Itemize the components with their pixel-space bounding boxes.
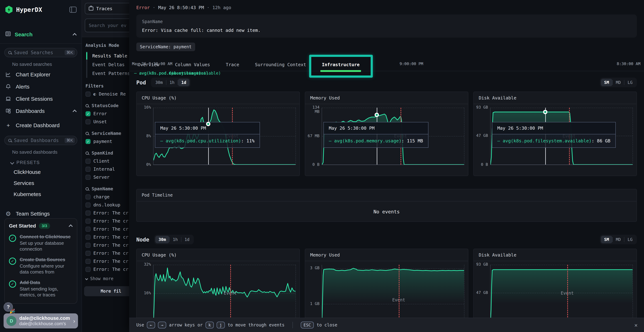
- checkbox-icon[interactable]: [86, 227, 90, 232]
- pod-charts-row: CPU Usage (%)16%8%0%EventMay 26 5:30:00 …: [136, 92, 637, 176]
- pod-size-sm[interactable]: SM: [601, 79, 612, 86]
- event-search-input[interactable]: Search your ev: [85, 18, 129, 32]
- more-filters-button[interactable]: More fil: [84, 286, 129, 296]
- service-name-chip[interactable]: ServiceName: payment: [136, 42, 195, 51]
- get-started-item-desc: Start sending logs, metrics, or traces: [20, 286, 73, 298]
- filter-option[interactable]: charge: [82, 193, 129, 201]
- filter-option[interactable]: Server: [82, 173, 129, 181]
- preset-item-services[interactable]: Services: [0, 178, 82, 189]
- search-icon[interactable]: [86, 187, 89, 190]
- analysis-mode-event-patterns[interactable]: Event Patterns: [87, 69, 129, 78]
- pod-range-1h[interactable]: 1h: [166, 79, 178, 86]
- user-menu[interactable]: D dale@clickhouse.com dale@clickhouse.co…: [4, 314, 78, 328]
- sidebar-collapse-icon[interactable]: [70, 6, 76, 13]
- chart-plot-node-memory[interactable]: Event: [322, 265, 464, 322]
- tooltip-value: — avg(k8s.pod.filesystem.available): 86 …: [492, 134, 616, 148]
- filter-option[interactable]: Error: The cr: [82, 225, 129, 233]
- footer-text: arrow keys or: [169, 322, 203, 328]
- help-button[interactable]: ?: [4, 302, 13, 312]
- y-axis-labels: 93 GB47 GB: [474, 265, 490, 322]
- sidebar-item-chart-explorer[interactable]: Chart Explorer: [0, 68, 82, 81]
- chart-plot-pod-disk[interactable]: EventMay 26 5:30:00 PM— avg(k8s.pod.file…: [490, 108, 633, 165]
- get-started-card: Get Started 3/3 ✓Connect to ClickHouseSe…: [4, 218, 77, 304]
- get-started-header[interactable]: Get Started 3/3: [9, 223, 73, 229]
- analysis-mode-event-deltas[interactable]: Event Deltas: [87, 60, 129, 69]
- filter-option[interactable]: Error: The cr: [82, 265, 129, 273]
- sidebar-item-client-sessions[interactable]: Client Sessions: [0, 93, 82, 105]
- pod-range-30m[interactable]: 30m: [152, 79, 166, 86]
- y-tick-label: 47 GB: [473, 290, 488, 295]
- checkbox-icon[interactable]: [86, 259, 90, 264]
- pod-size-md[interactable]: MD: [613, 79, 624, 86]
- create-dashboard-button[interactable]: + Create Dashboard: [0, 119, 82, 132]
- node-range-1d[interactable]: 1d: [182, 236, 193, 243]
- filter-option[interactable]: Error: The cr: [82, 217, 129, 225]
- checkbox-icon[interactable]: [86, 194, 90, 200]
- chart-plot-node-disk[interactable]: Event: [490, 265, 633, 322]
- show-more-button[interactable]: Show more: [82, 273, 129, 281]
- checkbox-icon[interactable]: [86, 251, 90, 256]
- preset-item-clickhouse[interactable]: ClickHouse: [0, 166, 82, 178]
- filter-option[interactable]: Client: [82, 157, 129, 165]
- chevron-up-icon[interactable]: [73, 33, 77, 37]
- node-range-1h[interactable]: 1h: [170, 236, 181, 243]
- filter-option[interactable]: Internal: [82, 165, 129, 173]
- footer-text: Use: [136, 322, 144, 328]
- sidebar-item-dashboards[interactable]: Dashboards: [0, 105, 82, 117]
- close-icon[interactable]: ✕: [634, 322, 638, 328]
- node-section-header: Node 30m1h1d SMMDLG: [136, 235, 637, 244]
- pod-size-lg[interactable]: LG: [624, 79, 636, 86]
- node-size-lg[interactable]: LG: [624, 236, 636, 243]
- filter-option[interactable]: Error: The cr: [82, 241, 129, 249]
- get-started-item[interactable]: ✓Add DataStart sending logs, metrics, or…: [9, 280, 73, 298]
- filter-option[interactable]: Error: The cr: [82, 233, 129, 241]
- filter-option[interactable]: Unset: [82, 118, 129, 126]
- search-icon[interactable]: [86, 104, 89, 107]
- chart-plot-pod-memory[interactable]: EventMay 26 5:30:00 PM— avg(k8s.pod.memo…: [322, 108, 464, 165]
- chart-plot-pod-cpu[interactable]: EventMay 26 5:30:00 PM— avg(k8s.pod.cpu.…: [153, 108, 296, 165]
- presets-toggle[interactable]: PRESETS: [0, 156, 82, 166]
- preset-item-kubernetes[interactable]: Kubernetes: [0, 189, 82, 200]
- node-section-title: Node: [136, 236, 149, 243]
- node-size-md[interactable]: MD: [613, 236, 624, 243]
- checkbox-icon[interactable]: [86, 243, 90, 248]
- filter-option[interactable]: ✓Error: [82, 110, 129, 118]
- get-started-item[interactable]: ✓Connect to ClickHouseSet up your databa…: [9, 234, 73, 252]
- checkbox-icon[interactable]: [86, 175, 90, 180]
- chart-plot-node-cpu[interactable]: Event: [153, 265, 296, 322]
- checkbox-icon[interactable]: [86, 267, 90, 272]
- checkbox-icon[interactable]: [86, 235, 90, 240]
- filter-option[interactable]: Error: The cr: [82, 209, 129, 217]
- checkbox-icon[interactable]: ✓: [86, 139, 90, 144]
- checkbox-icon[interactable]: [86, 159, 90, 164]
- source-select[interactable]: Traces: [85, 3, 129, 14]
- get-started-item[interactable]: ✓Create Data SourcesConfigure where your…: [9, 257, 73, 275]
- checkbox-icon[interactable]: [86, 202, 90, 208]
- user-email: dale@clickhouse.com: [19, 316, 70, 321]
- sidebar-section-search[interactable]: Search: [0, 26, 82, 44]
- filter-option[interactable]: Error: The cr: [82, 249, 129, 257]
- saved-searches-input[interactable]: Saved Searches ⌘K: [4, 48, 77, 57]
- search-icon[interactable]: [86, 132, 89, 135]
- chart-cursor-dot: [374, 113, 379, 117]
- filter-option[interactable]: dns.lookup: [82, 201, 129, 209]
- chart-title-pod-cpu: CPU Usage (%): [137, 92, 300, 104]
- checkbox-icon[interactable]: [86, 210, 90, 216]
- team-settings-button[interactable]: ⚙ Team Settings: [0, 208, 82, 220]
- checkbox-icon[interactable]: [86, 167, 90, 172]
- checkbox-icon[interactable]: ✓: [86, 111, 90, 116]
- analysis-mode-results-table[interactable]: Results Table: [87, 52, 129, 60]
- sidebar-item-alerts[interactable]: Alerts: [0, 81, 82, 93]
- filter-option[interactable]: Error: The cr: [82, 257, 129, 265]
- saved-dashboards-input[interactable]: Saved Dashboards ⌘K: [4, 136, 77, 145]
- checkbox-icon[interactable]: [86, 119, 90, 124]
- pod-range-1d[interactable]: 1d: [178, 79, 190, 86]
- filter-option[interactable]: ✓payment: [82, 138, 129, 146]
- chevron-up-icon[interactable]: [73, 110, 77, 114]
- node-range-30m[interactable]: 30m: [155, 236, 169, 243]
- search-icon[interactable]: [86, 152, 89, 155]
- node-size-sm[interactable]: SM: [601, 236, 612, 243]
- chevron-up-icon[interactable]: [69, 224, 73, 228]
- denoise-checkbox[interactable]: ◐ Denoise Re: [82, 90, 129, 98]
- checkbox-icon[interactable]: [86, 218, 90, 224]
